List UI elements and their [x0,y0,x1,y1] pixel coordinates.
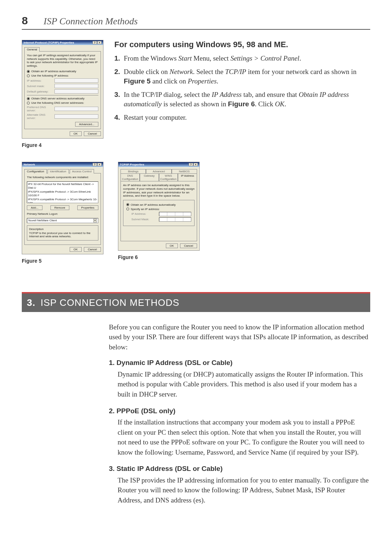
gateway-input [54,89,98,94]
cancel-button: Cancel [84,247,101,252]
ip-input [54,78,98,83]
dialog-title: TCP/IP Properties [120,163,144,166]
radio-obtain-auto: Obtain an IP address automatically [126,203,191,206]
close-icon: × [97,163,102,166]
close-icon: × [193,163,198,166]
section-3-intro: Before you can configure the Router you … [109,322,370,352]
properties-button: Properties [77,205,98,210]
tab-access-control: Access Control [70,169,94,173]
subnet-mask-field [159,217,191,222]
subnet-input [54,84,98,88]
tab-identification: Identification [48,169,69,173]
running-header: 8 ISP Connection Methods [22,15,370,30]
ip-address-field [159,212,191,216]
cancel-button: Cancel [84,131,101,136]
ok-button: OK [70,131,82,136]
help-icon: ? [189,163,193,166]
help-icon: ? [93,163,97,166]
add-button: Add... [27,205,42,210]
section-3-banner: 3. ISP CONNECTION METHODS [22,292,370,312]
figure-4-caption: Figure 4 [22,142,103,148]
figure-4-dialog: Internet Protocol (TCP/IP) Properties ?×… [22,40,103,139]
radio-auto-dns: Obtain DNS server address automatically [27,97,98,100]
logon-select: Novell NetWare Client▾ [27,218,98,223]
section-title: ISP CONNECTION METHODS [41,297,180,308]
help-icon: ? [93,41,97,44]
dialog-titlebar: Network ?× [22,162,103,167]
chapter-title: ISP Connection Methods [44,16,138,27]
close-icon: × [97,41,102,44]
tab-general: General [24,47,40,52]
dialog-titlebar: Internet Protocol (TCP/IP) Properties ?× [22,40,103,45]
radio-auto-ip: Obtain an IP address automatically [27,70,98,73]
radio-specify: Specify an IP address: [126,208,191,211]
ok-button: OK [166,243,178,248]
tab-gateway: Gateway [140,173,159,181]
tab-netbios: NetBIOS [172,169,197,173]
step-1: 1.From the Windows Start Menu, select Se… [114,54,370,63]
tab-dns: DNS Configuration [121,173,140,181]
section-number: 3. [27,297,36,308]
dialog-desc: You can get IP settings assigned automat… [27,54,98,67]
ok-button: OK [70,247,82,252]
step-4: 4.Restart your computer. [114,113,370,123]
figure-6-dialog: TCP/IP Properties ?× Bindings Advanced N… [118,162,200,250]
step-2: 2.Double click on Network. Select the TC… [114,67,370,86]
tab-wins: WINS Configuration [159,173,178,181]
radio-manual-ip: Use the following IP address: [27,74,98,77]
remove-button: Remove [50,205,69,210]
figure-6-caption: Figure 6 [118,254,200,260]
tab-configuration: Configuration [24,169,47,173]
advanced-button: Advanced... [75,122,98,127]
win95-heading: For computers using Windows 95, 98 and M… [114,40,370,49]
tab-bindings: Bindings [121,169,146,173]
tab-advanced: Advanced [146,169,171,173]
chevron-down-icon: ▾ [93,219,97,222]
tab-ip-address: IP Address [178,173,197,181]
radio-manual-dns: Use the following DNS server addresses: [27,101,98,104]
dialog-title: Network [24,163,35,166]
method-1: 1. Dynamic IP Address (DSL or Cable) Dyn… [109,358,370,399]
dialog-title: Internet Protocol (TCP/IP) Properties [24,41,74,44]
method-3: 3. Static IP Address (DSL or Cable) The … [109,464,370,505]
dialog-titlebar: TCP/IP Properties ?× [118,162,199,167]
page-number: 8 [22,15,36,27]
step-3: 3.In the TCP/IP dialog, select the IP Ad… [114,90,370,109]
cancel-button: Cancel [180,243,197,248]
figure-5-caption: Figure 5 [22,258,103,264]
components-listbox: IPX 32-bit Protocol for the Novell NetWa… [27,181,98,203]
figure-5-dialog: Network ?× Configuration Identification … [22,162,103,254]
method-2: 2. PPPoE (DSL only) If the installation … [109,406,370,457]
